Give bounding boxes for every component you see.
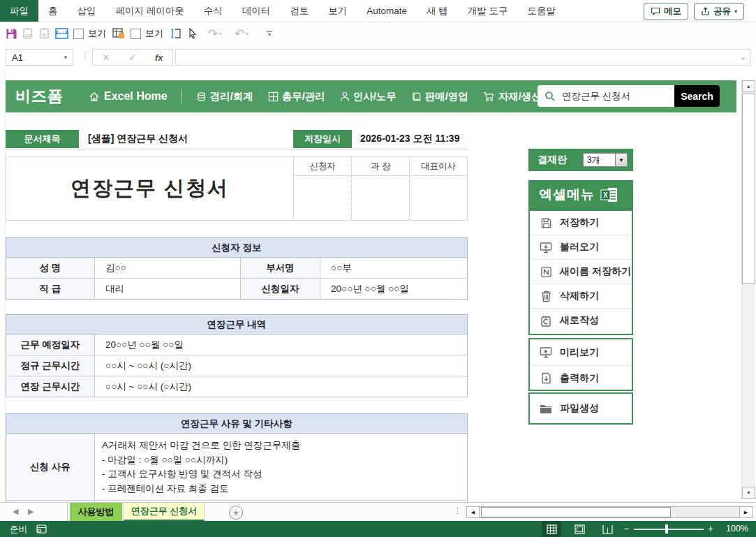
tab-review[interactable]: 검토 bbox=[280, 0, 318, 22]
book-icon bbox=[411, 91, 422, 102]
horizontal-scrollbar[interactable]: ◀ ▶ bbox=[466, 506, 753, 518]
undo-icon[interactable]: ↶˅ bbox=[233, 25, 250, 42]
view-checkbox-1-label: 보기 bbox=[88, 27, 106, 40]
scroll-right-icon[interactable]: ▶ bbox=[739, 507, 752, 517]
select-cursor-icon[interactable] bbox=[184, 25, 201, 42]
approval-table: 신청자 과 장 대표이사 bbox=[294, 157, 467, 220]
tab-new-tab[interactable]: 새 탭 bbox=[417, 0, 458, 22]
save-icon[interactable] bbox=[3, 25, 20, 42]
tab-file[interactable]: 파일 bbox=[0, 0, 38, 22]
name-box-dropdown-icon[interactable]: ▼ bbox=[63, 54, 68, 61]
tab-page-layout[interactable]: 페이지 레이아웃 bbox=[106, 0, 194, 22]
cancel-icon[interactable]: ✕ bbox=[102, 52, 110, 63]
tab-automate[interactable]: Automate bbox=[357, 0, 417, 22]
redo-icon[interactable]: ↷˅ bbox=[207, 25, 223, 42]
tab-data[interactable]: 데이터 bbox=[232, 0, 281, 22]
view-checkbox-1[interactable] bbox=[70, 25, 87, 42]
scroll-down-icon[interactable]: ▼ bbox=[742, 487, 755, 499]
paste-values-icon[interactable]: 123 bbox=[20, 25, 36, 42]
svg-text:fx: fx bbox=[43, 33, 47, 38]
person-icon bbox=[340, 91, 350, 102]
scroll-left-icon[interactable]: ◀ bbox=[467, 507, 480, 517]
tab-home[interactable]: 홈 bbox=[38, 0, 68, 22]
nav-general-affairs[interactable]: 총무/관리 bbox=[268, 90, 325, 103]
freeze-panes-icon[interactable] bbox=[53, 25, 70, 42]
form-title-block: 연장근무 신청서 신청자 과 장 대표이사 bbox=[6, 156, 468, 221]
share-icon bbox=[701, 7, 710, 16]
paste-formula-icon[interactable]: fx bbox=[36, 25, 53, 42]
excel-menu-group-print: 미리보기 출력하기 bbox=[528, 338, 633, 391]
applicant-info-header: 신청자 정보 bbox=[6, 238, 467, 258]
scroll-up-icon[interactable]: ▲ bbox=[742, 80, 755, 92]
sheet-tab-overtime-form[interactable]: 연장근무 신청서 bbox=[124, 503, 205, 521]
table-row: 연장 근무시간 ○○시 ~ ○○시 (○시간) bbox=[6, 376, 467, 397]
zoom-slider-thumb[interactable] bbox=[665, 524, 668, 534]
approval-col-ceo: 대표이사 bbox=[409, 157, 467, 175]
search-input[interactable] bbox=[561, 90, 647, 102]
name-box[interactable]: A1 ▼ bbox=[6, 49, 73, 66]
page-break-view-button[interactable] bbox=[598, 521, 617, 537]
insert-function-icon[interactable]: fx bbox=[155, 52, 163, 63]
tab-insert[interactable]: 삽입 bbox=[68, 0, 106, 22]
horizontal-scroll-thumb[interactable] bbox=[481, 507, 671, 517]
svg-text:X: X bbox=[603, 191, 608, 199]
vertical-scrollbar[interactable]: ▲ ▼ bbox=[741, 80, 755, 499]
approval-count-select[interactable]: 3개 ▼ bbox=[583, 153, 628, 167]
sheet-prev-icon[interactable]: ◀ bbox=[13, 507, 18, 516]
overtime-reason-table: 연장근무 사유 및 기타사항 신청 사유 A거래처 제안서 마감 건으로 인한 … bbox=[6, 413, 468, 502]
view-checkbox-2-label: 보기 bbox=[145, 27, 163, 40]
zoom-in-icon[interactable]: + bbox=[708, 523, 713, 534]
overtime-detail-table: 연장근무 내역 근무 예정일자 20○○년 ○○월 ○○일 정규 근무시간 ○○… bbox=[6, 314, 468, 397]
zoom-level[interactable]: 100% bbox=[726, 524, 748, 534]
form-title: 연장근무 신청서 bbox=[6, 157, 294, 220]
menu-delete-button[interactable]: 삭제하기 bbox=[530, 284, 632, 308]
approval-col-manager: 과 장 bbox=[351, 157, 409, 175]
row-height-icon[interactable] bbox=[168, 25, 184, 42]
protect-sheet-icon[interactable] bbox=[110, 25, 127, 42]
formula-input[interactable] bbox=[176, 50, 740, 65]
nav-accounting[interactable]: 경리/회계 bbox=[196, 90, 253, 103]
sheet-tab-usage[interactable]: 사용방법 bbox=[70, 503, 123, 521]
tab-help[interactable]: 도움말 bbox=[518, 0, 566, 22]
search-field[interactable] bbox=[538, 85, 674, 107]
ready-status: 준비 bbox=[10, 524, 27, 536]
enter-icon[interactable]: ✓ bbox=[128, 52, 136, 63]
overtime-detail-header: 연장근무 내역 bbox=[6, 315, 467, 334]
menu-print-button[interactable]: 출력하기 bbox=[530, 365, 632, 390]
nav-sales[interactable]: 판매/영업 bbox=[411, 90, 468, 103]
excel-home-link[interactable]: Excel Home bbox=[89, 90, 168, 103]
tab-formulas[interactable]: 수식 bbox=[194, 0, 232, 22]
tab-view[interactable]: 보기 bbox=[318, 0, 357, 22]
nav-hr-labor[interactable]: 인사/노무 bbox=[340, 90, 396, 103]
zoom-slider[interactable] bbox=[634, 529, 704, 530]
status-bar: 준비 − + 100% bbox=[0, 521, 756, 537]
excel-menu-title: 엑셀메뉴 bbox=[539, 186, 595, 204]
table-row: 직 급 대리 신청일자 20○○년 ○○월 ○○일 bbox=[6, 278, 467, 299]
select-dropdown-icon[interactable]: ▼ bbox=[615, 154, 627, 166]
share-button[interactable]: 공유 ▾ bbox=[694, 3, 744, 20]
menu-file-create-button[interactable]: 파일생성 bbox=[530, 394, 632, 423]
add-sheet-icon[interactable]: + bbox=[229, 506, 243, 520]
normal-view-button[interactable] bbox=[542, 521, 561, 537]
zoom-out-icon[interactable]: − bbox=[623, 523, 629, 534]
macro-record-icon[interactable] bbox=[36, 524, 47, 534]
table-row: 근무 예정일자 20○○년 ○○월 ○○일 bbox=[6, 334, 467, 355]
menu-load-button[interactable]: 불러오기 bbox=[530, 235, 632, 259]
menu-save-as-button[interactable]: 새이름 저장하기 bbox=[530, 259, 632, 284]
menu-save-button[interactable]: 저장하기 bbox=[530, 211, 632, 235]
view-checkbox-2[interactable] bbox=[127, 25, 144, 42]
comments-button[interactable]: 메모 bbox=[644, 3, 688, 20]
reason-text: A거래처 제안서 마감 건으로 인한 연장근무제출 - 마감일 : ○월 ○○일… bbox=[95, 434, 467, 500]
doc-title-value: [샘플] 연장근무 신청서 bbox=[88, 130, 188, 148]
formula-expand-icon[interactable]: ⌄ bbox=[740, 54, 750, 61]
svg-text:123: 123 bbox=[25, 34, 31, 38]
tab-developer[interactable]: 개발 도구 bbox=[458, 0, 518, 22]
menu-new-button[interactable]: 새로작성 bbox=[530, 308, 632, 332]
page-layout-view-button[interactable] bbox=[570, 521, 589, 537]
toolbar-overflow-icon[interactable] bbox=[261, 25, 278, 42]
vertical-scroll-thumb[interactable] bbox=[742, 94, 755, 284]
sheet-next-icon[interactable]: ▶ bbox=[28, 507, 34, 516]
menu-preview-button[interactable]: 미리보기 bbox=[530, 339, 632, 365]
search-button[interactable]: Search bbox=[674, 85, 720, 107]
nav-materials[interactable]: 자재/생산 bbox=[483, 90, 542, 103]
